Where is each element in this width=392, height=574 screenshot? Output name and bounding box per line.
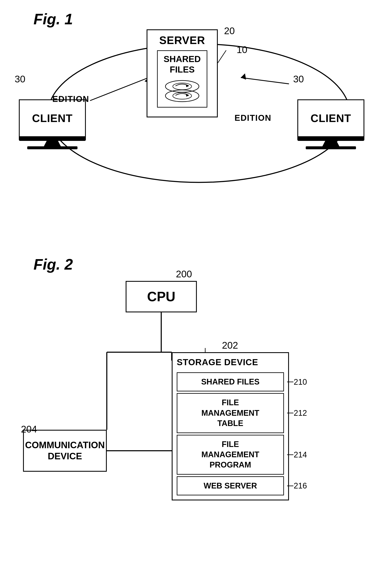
fig2-title: Fig. 2 [34, 256, 73, 273]
storage-outer: STORAGE DEVICE SHARED FILES 210 FILEMANA… [172, 352, 289, 500]
file-mgmt-prog-label: FILEMANAGEMENTPROGRAM [181, 439, 280, 470]
num-200: 200 [176, 268, 192, 280]
web-server-inner: WEB SERVER [177, 476, 284, 495]
svg-line-3 [241, 78, 289, 84]
edition-left: EDITION [52, 94, 89, 104]
right-client-group: 30 CLIENT [297, 88, 364, 149]
num-30-right: 30 [293, 73, 360, 85]
bracket-214 [287, 435, 308, 475]
bracket-216 [287, 476, 308, 495]
client-left-label: CLIENT [32, 112, 73, 124]
comm-label: COMMUNICATIONDEVICE [25, 440, 105, 462]
shared-files-inner: SHARED FILES [177, 372, 284, 391]
client-left-box: CLIENT [19, 99, 86, 137]
file-mgmt-table-label: FILEMANAGEMENTTABLE [181, 397, 280, 429]
svg-point-9 [166, 90, 199, 102]
fig1-title: Fig. 1 [34, 10, 73, 28]
num-10: 10 [237, 44, 247, 55]
svg-line-5 [218, 50, 226, 63]
comm-box: COMMUNICATIONDEVICE [23, 430, 107, 472]
shared-files-label: SHAREDFILES [160, 54, 205, 75]
cpu-box: CPU [126, 281, 197, 312]
web-server-label: WEB SERVER [181, 481, 280, 491]
edition-right: EDITION [235, 113, 271, 123]
num-204: 204 [21, 424, 37, 435]
num-202: 202 [222, 340, 238, 351]
server-label: SERVER [159, 30, 205, 49]
shared-files-inner-label: SHARED FILES [181, 377, 280, 387]
page: Fig. 1 20 10 SERVER SH [0, 0, 392, 574]
storage-title: STORAGE DEVICE [172, 353, 288, 371]
svg-marker-4 [241, 73, 246, 80]
num-30-left: 30 [15, 73, 82, 85]
bracket-210 [287, 372, 308, 391]
server-box: SERVER SHAREDFILES [147, 29, 218, 117]
disk-icons-svg [161, 78, 203, 103]
bracket-212 [287, 393, 308, 433]
client-right-label: CLIENT [311, 112, 351, 124]
svg-line-1 [90, 78, 149, 101]
file-mgmt-table-inner: FILEMANAGEMENTTABLE [177, 393, 284, 433]
client-right-box: CLIENT [297, 99, 364, 137]
shared-files-box: SHAREDFILES [157, 50, 207, 107]
cpu-label: CPU [147, 289, 175, 304]
file-mgmt-prog-inner: FILEMANAGEMENTPROGRAM [177, 435, 284, 475]
svg-point-6 [166, 81, 199, 92]
fig1-container: Fig. 1 20 10 SERVER SH [13, 8, 385, 239]
num-20: 20 [224, 25, 235, 37]
